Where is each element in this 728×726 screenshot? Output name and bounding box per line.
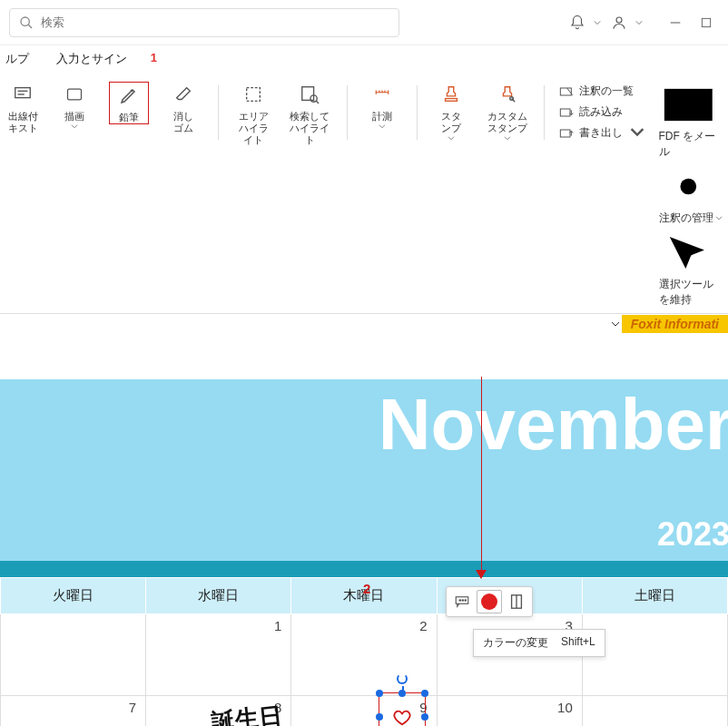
heart-icon bbox=[390, 708, 414, 726]
calendar-cell[interactable]: 7 bbox=[1, 695, 146, 726]
calendar-cell[interactable] bbox=[582, 695, 727, 726]
svg-line-1 bbox=[28, 25, 32, 28]
chevron-down-icon bbox=[71, 124, 78, 130]
banner-chevron[interactable] bbox=[609, 318, 622, 330]
svg-point-25 bbox=[465, 600, 467, 602]
chevron-down-icon bbox=[635, 19, 643, 26]
callout-arrow bbox=[481, 377, 482, 572]
day-header: 土曜日 bbox=[582, 577, 727, 613]
separator bbox=[544, 85, 545, 140]
separator bbox=[347, 85, 348, 140]
tooltip-shortcut: Shift+L bbox=[561, 635, 595, 651]
svg-point-24 bbox=[462, 600, 464, 602]
annotation-actions-col2: FDF をメール 注釈の管理 選択ツールを維持 bbox=[659, 82, 723, 308]
pencil-icon bbox=[118, 84, 140, 106]
callout-arrow-head bbox=[476, 570, 487, 579]
list-annotations-button[interactable]: 注釈の一覧 bbox=[559, 83, 644, 99]
document-area: November 2023 火曜日 水曜日 木曜日 金曜日 土曜日 1 2 3 … bbox=[0, 379, 728, 726]
comment-button[interactable] bbox=[449, 590, 475, 613]
custom-stamp-tool[interactable]: カスタム スタンプ bbox=[486, 82, 528, 142]
keep-tool-button[interactable]: 選択ツールを維持 bbox=[659, 231, 723, 308]
window-controls bbox=[565, 10, 719, 35]
calendar-cell[interactable]: 9 誕生日 bbox=[291, 695, 437, 726]
account-button[interactable] bbox=[606, 10, 632, 35]
svg-line-12 bbox=[317, 101, 320, 103]
minimize-icon bbox=[668, 15, 683, 30]
opacity-button[interactable] bbox=[504, 590, 529, 613]
calendar-grid: 火曜日 水曜日 木曜日 金曜日 土曜日 1 2 3 7 8 9 誕生日 bbox=[0, 577, 728, 726]
notifications-button[interactable] bbox=[565, 10, 590, 35]
info-banner[interactable]: Foxit Informati bbox=[622, 315, 728, 333]
annotation-actions-col1: 注釈の一覧 読み込み 書き出し bbox=[559, 82, 644, 308]
opacity-icon bbox=[509, 594, 524, 610]
svg-rect-5 bbox=[15, 88, 31, 98]
separator bbox=[417, 85, 418, 140]
search-icon bbox=[19, 15, 34, 30]
svg-point-23 bbox=[459, 600, 461, 602]
custom-stamp-icon bbox=[497, 84, 517, 104]
day-header: 火曜日 bbox=[1, 577, 146, 613]
calendar-cell[interactable]: 2 bbox=[291, 613, 437, 695]
callout-icon bbox=[11, 84, 34, 104]
callout-tool[interactable]: 出線付 キスト bbox=[5, 82, 41, 134]
ribbon-tabs: ルプ 入力とサイン 1 bbox=[0, 45, 728, 73]
chevron-down-icon bbox=[379, 124, 386, 130]
selection-box[interactable] bbox=[379, 692, 426, 726]
calendar-row: 7 8 9 誕生日 10 bbox=[1, 695, 728, 726]
tooltip: カラーの変更 Shift+L bbox=[473, 629, 605, 657]
tab-help[interactable]: ルプ bbox=[5, 51, 29, 67]
bell-icon bbox=[569, 15, 585, 31]
mail-icon bbox=[659, 83, 723, 126]
svg-point-0 bbox=[21, 17, 29, 25]
svg-rect-8 bbox=[68, 89, 82, 100]
eraser-tool[interactable]: 消し ゴム bbox=[163, 82, 203, 134]
list-icon bbox=[559, 85, 574, 98]
tab-fillsign[interactable]: 入力とサイン 1 bbox=[56, 51, 137, 67]
calendar-header: November 2023 bbox=[0, 379, 728, 561]
import-button[interactable]: 読み込み bbox=[559, 104, 644, 120]
search-highlight-tool[interactable]: 検索して ハイライト bbox=[288, 82, 332, 147]
export-button[interactable]: 書き出し bbox=[559, 125, 644, 141]
chevron-down-icon bbox=[504, 136, 511, 142]
tooltip-label: カラーの変更 bbox=[483, 635, 548, 651]
measure-icon bbox=[370, 86, 394, 103]
day-header: 水曜日 bbox=[146, 577, 291, 613]
info-banner-bar: Foxit Informati bbox=[0, 314, 728, 334]
svg-rect-9 bbox=[247, 88, 261, 102]
svg-rect-18 bbox=[560, 109, 570, 116]
red-color-icon bbox=[481, 594, 497, 610]
svg-rect-19 bbox=[560, 130, 570, 137]
search-highlight-icon bbox=[299, 84, 320, 104]
search-input[interactable] bbox=[41, 15, 389, 29]
svg-rect-4 bbox=[702, 18, 710, 26]
area-highlight-tool[interactable]: エリア ハイライト bbox=[233, 82, 273, 147]
rectangle-icon bbox=[63, 85, 86, 103]
calendar-cell[interactable]: 10 bbox=[437, 695, 582, 726]
calendar-band bbox=[0, 561, 728, 577]
user-icon bbox=[611, 15, 627, 31]
minimize-button[interactable] bbox=[663, 10, 688, 35]
pencil-tool[interactable]: 鉛筆 bbox=[109, 82, 149, 124]
chevron-down-icon bbox=[630, 127, 644, 140]
calendar-cell[interactable]: 1 bbox=[146, 613, 291, 695]
mini-toolbar bbox=[446, 586, 533, 617]
stamp-tool[interactable]: スタ ンプ bbox=[432, 82, 472, 142]
marker-2: 2 bbox=[363, 581, 370, 596]
color-button[interactable] bbox=[477, 590, 502, 613]
manage-annotations-button[interactable]: 注釈の管理 bbox=[659, 165, 723, 226]
measure-tool[interactable]: 計測 bbox=[362, 82, 402, 130]
area-highlight-icon bbox=[242, 84, 264, 104]
separator bbox=[218, 85, 219, 140]
maximize-button[interactable] bbox=[694, 10, 719, 35]
eraser-icon bbox=[172, 84, 194, 104]
search-box[interactable] bbox=[9, 8, 399, 37]
svg-rect-10 bbox=[302, 87, 314, 101]
svg-point-2 bbox=[616, 17, 622, 23]
drawing-tool[interactable]: 描画 bbox=[55, 82, 95, 130]
calendar-month: November bbox=[379, 383, 728, 466]
gear-icon bbox=[659, 165, 723, 208]
stamp-icon bbox=[441, 84, 461, 104]
calendar-cell[interactable] bbox=[1, 613, 146, 695]
fdf-mail-button[interactable]: FDF をメール bbox=[659, 83, 723, 160]
marker-1: 1 bbox=[151, 51, 157, 64]
